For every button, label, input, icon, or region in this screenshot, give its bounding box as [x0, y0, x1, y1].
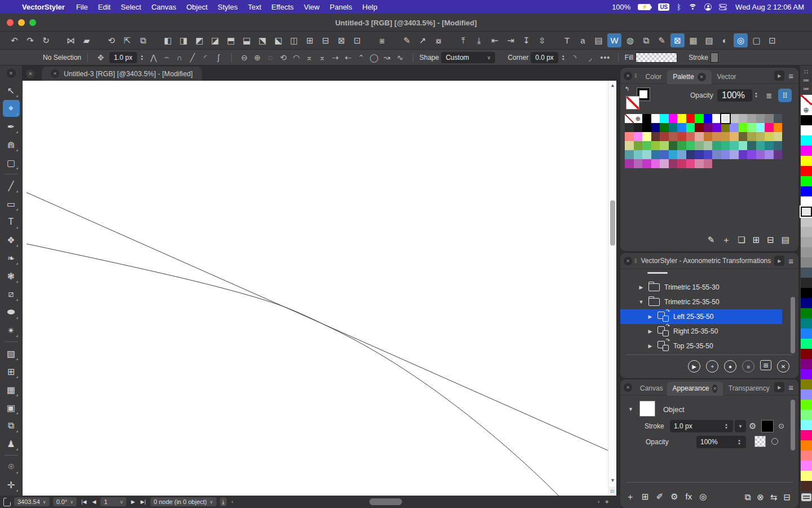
menu-styles[interactable]: Styles	[213, 0, 242, 14]
color-swatch[interactable]	[677, 150, 686, 159]
color-swatch[interactable]	[712, 141, 721, 150]
tab-vector[interactable]: Vector	[712, 70, 742, 84]
menu-object[interactable]: Object	[181, 0, 213, 14]
overflow-menu-icon[interactable]: •••	[599, 53, 612, 62]
corner-stepper[interactable]: ▲▼	[561, 54, 566, 61]
collapse-left-icon[interactable]: ‹	[230, 499, 234, 505]
object-swatch[interactable]	[639, 401, 655, 417]
open-path-icon[interactable]: ◌	[264, 53, 277, 62]
color-swatch[interactable]	[712, 123, 721, 132]
strip-color-swatch[interactable]	[801, 379, 812, 389]
color-swatch[interactable]	[695, 123, 704, 132]
rotation-select[interactable]: 0.0° ∨	[53, 497, 77, 506]
marquee-tool[interactable]: ▢	[3, 154, 20, 171]
color-swatch[interactable]	[739, 123, 748, 132]
panel-expand-icon[interactable]: ▶	[774, 256, 784, 266]
add-comment-swatch-icon[interactable]: ❏	[738, 235, 745, 246]
divide-icon[interactable]: ⬒	[224, 33, 238, 47]
color-swatch[interactable]	[677, 123, 686, 132]
color-swatch[interactable]	[695, 159, 704, 168]
connector-tool[interactable]: ⧄	[3, 286, 20, 303]
color-swatch[interactable]	[634, 150, 643, 159]
strip-color-swatch[interactable]	[801, 440, 812, 450]
snap-tool[interactable]: ⋒	[3, 136, 20, 153]
character-panel-icon[interactable]: a	[576, 33, 590, 47]
menu-canvas[interactable]: Canvas	[146, 0, 181, 14]
color-swatch[interactable]	[704, 159, 713, 168]
stroke-color-swatch[interactable]	[761, 420, 774, 432]
color-swatch[interactable]	[765, 114, 774, 123]
text-tool[interactable]: T	[3, 213, 20, 230]
add-style-icon[interactable]: ＋	[626, 492, 634, 502]
tab-close-icon[interactable]: ✕	[712, 384, 717, 393]
exclude-icon[interactable]: ◪	[208, 33, 222, 47]
tab-canvas[interactable]: Canvas	[634, 382, 667, 396]
menu-select[interactable]: Select	[116, 0, 146, 14]
corner-round-icon[interactable]: ◝	[568, 53, 581, 62]
canvas[interactable]	[23, 81, 608, 496]
close-panel-icon[interactable]: ✕	[624, 383, 632, 392]
control-center-icon[interactable]	[719, 4, 728, 10]
color-swatch[interactable]	[739, 141, 748, 150]
expander-icon[interactable]: ▼	[638, 299, 644, 305]
close-panel-icon[interactable]: ✕	[624, 72, 632, 80]
extend-back-icon[interactable]: ⇠	[342, 53, 355, 62]
zoom-level-select[interactable]: 3403.54 ∨	[14, 497, 50, 506]
color-swatch[interactable]	[651, 141, 660, 150]
stop-transform-icon[interactable]: ■	[742, 360, 754, 373]
palette-opacity-stepper[interactable]: ▲▼	[753, 91, 759, 98]
width-tool[interactable]: ❧	[3, 249, 20, 266]
color-swatch[interactable]	[634, 123, 643, 132]
previous-page-icon[interactable]: ◀	[91, 499, 97, 505]
strip-color-swatch[interactable]	[801, 237, 812, 247]
add-node-icon[interactable]: ⊕	[251, 53, 264, 62]
color-swatch[interactable]	[642, 132, 651, 141]
first-page-icon[interactable]: |◀	[80, 499, 87, 505]
mesh-tool[interactable]: ⊞	[3, 363, 20, 380]
panel-menu-icon[interactable]: ≡	[787, 383, 795, 392]
color-swatch[interactable]	[686, 114, 695, 123]
smooth-wave-icon[interactable]: ∿	[394, 53, 407, 62]
vectorize-icon[interactable]: ⧆	[375, 33, 389, 47]
gear-add-icon[interactable]: ⚙	[670, 492, 678, 502]
list-view-icon[interactable]: ≣	[762, 89, 776, 102]
grid-view-icon[interactable]: ⠿	[778, 89, 792, 102]
close-transform-icon[interactable]: ✕	[777, 360, 789, 373]
color-swatch[interactable]	[695, 150, 704, 159]
align-left-icon[interactable]: ⇤	[488, 33, 502, 47]
color-swatch[interactable]	[686, 141, 695, 150]
strip-color-swatch[interactable]	[801, 400, 812, 410]
fan-tool[interactable]: ✴	[3, 322, 20, 339]
play-transform-icon[interactable]: ▶	[688, 360, 700, 373]
input-source-icon[interactable]: US	[658, 3, 669, 11]
hatch-panel-icon[interactable]: ▨	[702, 33, 716, 47]
stroke-width-stepper[interactable]: ▲▼	[139, 54, 145, 61]
remove-node-icon[interactable]: ⊖	[238, 53, 251, 62]
color-swatch[interactable]	[642, 150, 651, 159]
remove-style-icon[interactable]: ⊗	[757, 492, 764, 502]
color-swatch[interactable]	[625, 159, 634, 168]
document-panel-icon[interactable]: ▤	[592, 33, 606, 47]
color-swatch[interactable]	[677, 132, 686, 141]
page-number-select[interactable]: 1 ∨	[100, 497, 126, 506]
color-swatch[interactable]	[730, 150, 739, 159]
color-swatch[interactable]	[739, 114, 748, 123]
strip-color-swatch[interactable]	[801, 430, 812, 440]
color-swatch[interactable]	[669, 141, 678, 150]
color-swatch[interactable]	[756, 141, 765, 150]
rotate-object-icon[interactable]: ⟲	[104, 33, 118, 47]
color-swatch[interactable]	[730, 132, 739, 141]
strip-color-swatch[interactable]	[801, 359, 812, 369]
color-swatch[interactable]	[721, 123, 730, 132]
color-swatch[interactable]	[721, 150, 730, 159]
strip-color-swatch[interactable]	[801, 410, 812, 420]
strip-color-swatch[interactable]	[801, 461, 812, 471]
panel-menu-icon[interactable]: ≡	[787, 71, 795, 81]
redo-icon[interactable]: ↷	[23, 33, 37, 47]
strip-color-swatch[interactable]	[801, 176, 812, 186]
eyedropper-tool[interactable]: ⌾	[3, 458, 20, 475]
group-icon[interactable]: ⧇	[431, 33, 445, 47]
rectangle-tool[interactable]: ▭	[3, 195, 20, 212]
color-swatch[interactable]	[765, 132, 774, 141]
color-swatch[interactable]	[721, 132, 730, 141]
